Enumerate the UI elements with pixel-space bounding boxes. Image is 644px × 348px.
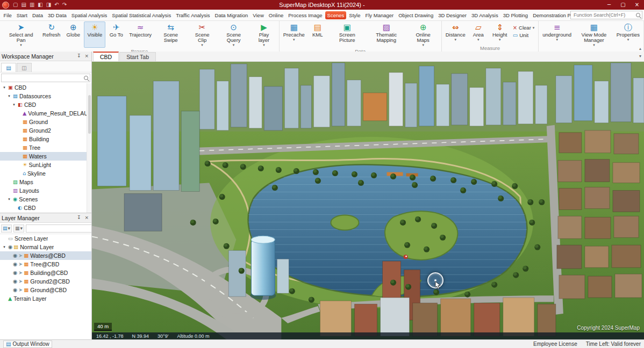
panel-pin-icon[interactable]: ↧ — [76, 54, 82, 59]
tree-cbd-layer[interactable]: ◉➤▦ Tree@CBD — [0, 260, 91, 269]
tree-item[interactable]: ▦ Tree — [0, 143, 91, 152]
minimize-icon[interactable]: ─ — [602, 0, 616, 10]
building-item[interactable]: ▦ Building — [0, 135, 91, 143]
3d-analysis-tab[interactable]: 3D Analysis — [469, 11, 500, 19]
ground-item[interactable]: ▦ Ground — [0, 118, 91, 126]
scenes-item[interactable]: ▾ ◉ Scenes — [0, 195, 91, 204]
layer-filter-dropdown[interactable]: ▤ ▾ — [1, 224, 12, 233]
ground2-cbd-layer[interactable]: ◉➤▦ Ground2@CBD — [0, 277, 91, 286]
fly-manager-tab[interactable]: Fly Manager — [363, 11, 396, 19]
expand-arrow[interactable]: ▾ — [2, 85, 6, 90]
data-migration-tab[interactable]: Data Migration — [213, 11, 251, 19]
sunlight-item[interactable]: ☀ SunLight — [0, 161, 91, 169]
collapse-ribbon-icon[interactable]: ▴ — [639, 46, 641, 51]
screen-layer-layer[interactable]: ▭ Screen Layer — [0, 234, 91, 243]
cbd-item[interactable]: ◐ CBD — [0, 204, 91, 212]
waters-cbd-layer[interactable]: ◉➤▦ Waters@CBD — [0, 251, 91, 260]
qat-new-workspace-icon[interactable]: ▢ — [12, 2, 19, 8]
qat-open-datasource-icon[interactable]: ◨ — [45, 2, 52, 8]
qat-save-icon[interactable]: ▥ — [28, 2, 35, 8]
properties-button[interactable]: ⓘ Properties ▾ — [614, 21, 642, 48]
building-cbd-layer[interactable]: ◉➤▦ Building@CBD — [0, 269, 91, 277]
workspace-search-input[interactable] — [3, 75, 84, 82]
cbd-tab[interactable]: CBD — [93, 52, 119, 61]
play-layer-button[interactable]: ▶ Play layer ▾ — [251, 21, 277, 48]
data-tab[interactable]: Data — [30, 11, 45, 19]
panel-pin-icon[interactable]: ↧ — [76, 215, 82, 220]
ground2-item[interactable]: ▦ Ground2 — [0, 126, 91, 135]
qat-undo-icon[interactable]: ↶ — [53, 2, 60, 8]
volume-result-delaunay-item[interactable]: ▲ Volume_Result_DELAUNAY — [0, 109, 91, 118]
waters-item[interactable]: ▦ Waters — [0, 152, 91, 161]
distance-button[interactable]: ⇔ Distance ▾ — [443, 21, 468, 45]
panel-close-icon[interactable]: × — [83, 215, 90, 220]
output-window-button[interactable]: ▤ Output Window — [3, 340, 52, 348]
layouts-item[interactable]: ▥ Layouts — [0, 186, 91, 195]
process-image-tab[interactable]: Process Image — [286, 11, 324, 19]
qat-new-datasource-icon[interactable]: ◧ — [37, 2, 44, 8]
traffic-analysis-tab[interactable]: Traffic Analysis — [174, 11, 212, 19]
scenes-tab[interactable]: Scenes — [325, 11, 347, 19]
refresh-button[interactable]: ↻ Refresh — [40, 21, 62, 48]
tab-list-icon[interactable]: ▾ — [639, 54, 641, 59]
online-maps-button[interactable]: ⊕ Online Maps ▾ — [407, 21, 440, 48]
globe-button[interactable]: ⊕ Globe — [62, 21, 84, 48]
layer-search-input[interactable] — [28, 225, 91, 232]
clear-button[interactable]: × Clear ▾ — [513, 25, 535, 31]
3d-designer-tab[interactable]: 3D Designer — [436, 11, 469, 19]
precache-button[interactable]: ▦ Precache ▾ — [281, 21, 307, 48]
trajectory-button[interactable]: ≈ Trajectory — [127, 21, 154, 48]
thematic-mapping-button[interactable]: ▨ Thematic Mapping — [366, 21, 407, 48]
search-icon[interactable] — [84, 76, 88, 80]
scene-clip-button[interactable]: ✂ Scene Clip ▾ — [188, 21, 217, 48]
go-to-button[interactable]: ✈ Go To — [105, 21, 127, 48]
panel-close-icon[interactable]: × — [83, 54, 90, 59]
scene-swipe-button[interactable]: ⇆ Scene Swipe — [154, 21, 188, 48]
online-tab[interactable]: Online — [267, 11, 285, 19]
layer-group-button[interactable]: ▦ ▾ — [13, 224, 24, 233]
expand-arrow[interactable]: ▾ — [7, 94, 11, 98]
search-icon[interactable] — [636, 13, 640, 17]
terrain-layer-layer[interactable]: ▲ Terrain Layer — [0, 294, 91, 303]
spatial-statistical-analysis-tab[interactable]: Spatial Statistical Analysis — [110, 11, 173, 19]
select-and-pan-button[interactable]: ➤ Select and Pan ▾ — [2, 21, 40, 48]
maps-item[interactable]: ▧ Maps — [0, 178, 91, 186]
area-button[interactable]: ▱ Area ▾ — [468, 21, 489, 45]
cbd-item[interactable]: ▾ ▣ CBD — [0, 83, 91, 92]
object-drawing-tab[interactable]: Object Drawing — [396, 11, 435, 19]
demonstration-plan-tab[interactable]: Demonstration Plan — [531, 11, 571, 19]
unit-button[interactable]: ▭ Unit — [513, 32, 535, 38]
start-tab-tab[interactable]: Start Tab — [119, 52, 156, 61]
visible-button[interactable]: ☀ Visible — [84, 21, 105, 48]
toolbox-tab[interactable]: ◫ — [17, 63, 32, 72]
qat-redo-icon[interactable]: ↷ — [61, 2, 68, 8]
function-search-input[interactable] — [573, 12, 634, 18]
cbd-item[interactable]: ▾ ◧ CBD — [0, 100, 91, 109]
3d-data-tab[interactable]: 3D Data — [46, 11, 69, 19]
scrollbar[interactable] — [87, 83, 91, 213]
expand-arrow[interactable]: ▾ — [7, 197, 11, 201]
normal-layer-layer[interactable]: ▾ ◉▤ Normal Layer — [0, 243, 91, 251]
kml-button[interactable]: ▤ KML — [307, 21, 328, 48]
scene-viewport[interactable]: 40 m Copyright 2024 SuperMap 16.42 , -1.… — [92, 62, 644, 339]
screen-picture-button[interactable]: ▣ Screen Picture — [328, 21, 366, 48]
workspace-tree-tab[interactable]: ▤ — [1, 63, 16, 72]
expand-arrow[interactable]: ▾ — [2, 245, 6, 249]
3d-plotting-tab[interactable]: 3D Plotting — [501, 11, 530, 19]
scene-query-button[interactable]: ⊙ Scene Query ▾ — [217, 21, 251, 48]
spatial-analysis-tab[interactable]: Spatial Analysis — [69, 11, 110, 19]
expand-arrow[interactable]: ▾ — [12, 103, 16, 107]
datasources-item[interactable]: ▾ ▤ Datasources — [0, 92, 91, 100]
file-tab[interactable]: File — [2, 11, 14, 19]
underground-button[interactable]: ≡ underground ▾ — [540, 21, 574, 48]
skyline-item[interactable]: ⌂ Skyline — [0, 169, 91, 178]
style-tab[interactable]: Style — [347, 11, 362, 19]
start-tab[interactable]: Start — [15, 11, 30, 19]
ground-cbd-layer[interactable]: ◉➤▦ Ground@CBD — [0, 286, 91, 294]
qat-open-workspace-icon[interactable]: ▤ — [20, 2, 27, 8]
maximize-icon[interactable]: ▢ — [616, 0, 630, 10]
close-icon[interactable]: × — [630, 0, 644, 10]
scene-3d-view[interactable] — [92, 62, 644, 339]
view-tab[interactable]: View — [251, 11, 266, 19]
height-button[interactable]: ⇕ Height ▾ — [489, 21, 511, 45]
